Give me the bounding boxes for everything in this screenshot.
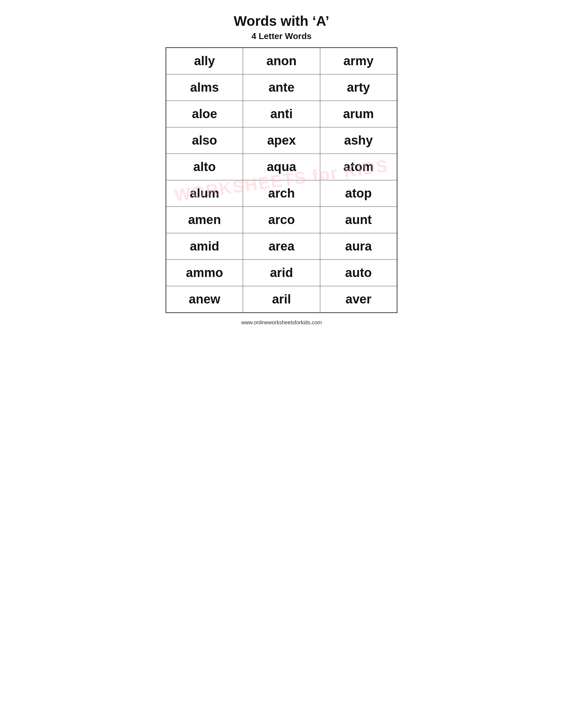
- word-cell: arch: [243, 180, 320, 207]
- word-cell: anew: [166, 286, 243, 313]
- word-cell: auto: [320, 260, 397, 286]
- word-cell: army: [320, 48, 397, 74]
- word-cell: anon: [243, 48, 320, 74]
- word-cell: alto: [166, 154, 243, 180]
- word-cell: arco: [243, 207, 320, 233]
- word-cell: amen: [166, 207, 243, 233]
- word-cell: ally: [166, 48, 243, 74]
- word-cell: ante: [243, 74, 320, 101]
- word-cell: anti: [243, 101, 320, 127]
- table-row: almsantearty: [166, 74, 397, 101]
- word-cell: atom: [320, 154, 397, 180]
- table-row: ammoaridauto: [166, 260, 397, 286]
- table-row: alumarchatop: [166, 180, 397, 207]
- word-table: allyanonarmyalmsanteartyaloeantiarumalso…: [165, 47, 398, 313]
- word-cell: aloe: [166, 101, 243, 127]
- table-row: aloeantiarum: [166, 101, 397, 127]
- sub-title: 4 Letter Words: [251, 31, 312, 41]
- word-cell: aril: [243, 286, 320, 313]
- word-cell: ashy: [320, 127, 397, 154]
- word-cell: arum: [320, 101, 397, 127]
- word-cell: aver: [320, 286, 397, 313]
- word-cell: atop: [320, 180, 397, 207]
- word-cell: aqua: [243, 154, 320, 180]
- table-wrapper: WORKSHEETS for KIDS allyanonarmyalmsante…: [165, 47, 398, 313]
- table-row: amenarcoaunt: [166, 207, 397, 233]
- table-row: anewarilaver: [166, 286, 397, 313]
- word-cell: arty: [320, 74, 397, 101]
- word-cell: also: [166, 127, 243, 154]
- word-cell: aunt: [320, 207, 397, 233]
- table-row: amidareaaura: [166, 233, 397, 260]
- word-cell: alms: [166, 74, 243, 101]
- word-cell: ammo: [166, 260, 243, 286]
- word-cell: area: [243, 233, 320, 260]
- main-title: Words with ‘A’: [234, 13, 330, 29]
- table-row: allyanonarmy: [166, 48, 397, 74]
- table-row: altoaquaatom: [166, 154, 397, 180]
- page: Words with ‘A’ 4 Letter Words WORKSHEETS…: [165, 13, 398, 326]
- word-cell: arid: [243, 260, 320, 286]
- word-cell: apex: [243, 127, 320, 154]
- footer-url: www.onlineworksheetsforkids.com: [241, 320, 322, 326]
- table-row: alsoapexashy: [166, 127, 397, 154]
- word-cell: alum: [166, 180, 243, 207]
- word-cell: amid: [166, 233, 243, 260]
- word-cell: aura: [320, 233, 397, 260]
